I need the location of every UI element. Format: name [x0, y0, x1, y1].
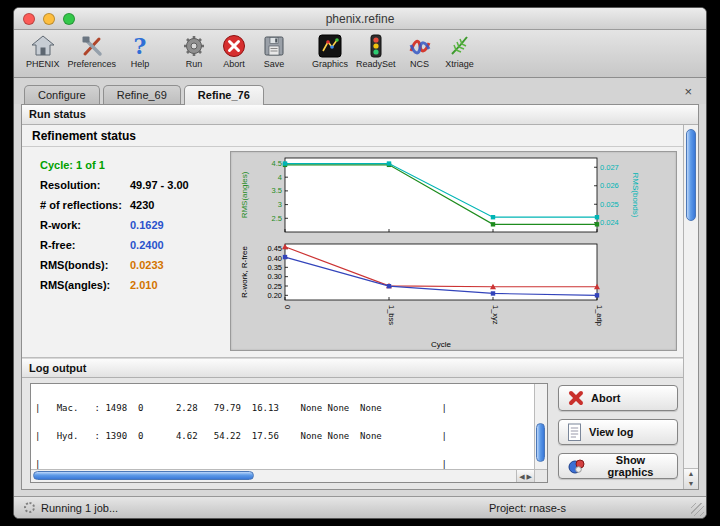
svg-text:1_adp: 1_adp [595, 305, 604, 326]
svg-text:4: 4 [278, 173, 282, 182]
resize-grip[interactable] [691, 503, 704, 516]
scrollbar-corner [534, 469, 547, 482]
window-controls [23, 13, 75, 25]
save-floppy-icon [262, 32, 286, 60]
zoom-window-button[interactable] [63, 13, 75, 25]
stat-value: 0.0233 [130, 259, 164, 271]
stat-label: Resolution: [32, 179, 130, 191]
toolbar-label: Graphics [312, 59, 348, 69]
stat-rms-angles: RMS(angles): 2.010 [32, 275, 222, 295]
close-tab-icon[interactable]: × [680, 84, 696, 103]
log-output-box[interactable]: | Mac. : 1498 0 2.28 79.79 16.13 None No… [30, 383, 548, 483]
svg-text:2.5: 2.5 [272, 214, 282, 223]
view-log-button-label: View log [589, 426, 633, 438]
svg-text:0.024: 0.024 [600, 218, 619, 227]
toolbar-label: Xtriage [445, 59, 474, 69]
svg-text:R-work, R-free: R-work, R-free [240, 245, 249, 298]
phenix-refine-window: phenix.refine PHENIX Preferences ? Help [13, 7, 707, 519]
traffic-light-icon [363, 32, 389, 60]
svg-text:3: 3 [278, 200, 282, 209]
abort-icon [221, 32, 247, 60]
refinement-status-panel: Refinement status Cycle: 1 of 1 Resoluti… [22, 125, 683, 358]
main-scrollbar[interactable]: ▲ ▼ [683, 125, 698, 489]
document-icon [567, 423, 583, 442]
phenix-home-icon [31, 32, 55, 60]
toolbar-button-phenix[interactable]: PHENIX [22, 32, 64, 69]
stat-value: 0.2400 [130, 239, 164, 251]
toolbar-button-preferences[interactable]: Preferences [64, 32, 121, 69]
svg-text:0.45: 0.45 [267, 244, 282, 253]
svg-text:0.026: 0.026 [600, 181, 619, 190]
stat-value: 4230 [130, 199, 154, 211]
progress-spinner-icon [24, 502, 35, 513]
stat-label: R-work: [32, 219, 130, 231]
toolbar-button-run[interactable]: Run [174, 32, 214, 69]
toolbar-label: Preferences [68, 59, 117, 69]
log-vertical-scrollbar-thumb[interactable] [536, 423, 545, 462]
stat-r-work: R-work: 0.1629 [32, 215, 222, 235]
toolbar-button-graphics[interactable]: Graphics [308, 32, 352, 69]
log-line: | Mac. : 1498 0 2.28 79.79 16.13 None No… [35, 404, 534, 413]
svg-text:0.30: 0.30 [267, 272, 282, 281]
scroll-down-arrow-icon[interactable]: ▼ [684, 479, 698, 489]
scroll-up-arrow-icon[interactable]: ▲ [684, 469, 698, 479]
run-status-pane: Run status Refinement status Cycle: 1 of… [21, 104, 699, 490]
preferences-tools-icon [80, 32, 104, 60]
log-horizontal-scrollbar-thumb[interactable] [33, 471, 254, 480]
stat-resolution: Resolution: 49.97 - 3.00 [32, 175, 222, 195]
svg-text:0.025: 0.025 [600, 200, 619, 209]
graphics-viewer-icon [317, 32, 343, 60]
stat-value: 2.010 [130, 279, 158, 291]
refinement-chart: 2.533.544.50.0240.0250.0260.027RMS(angle… [230, 151, 677, 351]
project-label: Project: rnase-s [489, 502, 566, 514]
log-horizontal-scrollbar[interactable]: ◀ ▶ [31, 469, 534, 482]
toolbar-label: NCS [410, 59, 429, 69]
svg-text:0.20: 0.20 [267, 291, 282, 300]
svg-text:1_xyz: 1_xyz [491, 305, 500, 325]
abort-button-label: Abort [591, 392, 620, 404]
svg-text:0.027: 0.027 [600, 163, 619, 172]
toolbar-button-help[interactable]: ? Help [120, 32, 160, 69]
svg-text:1_bss: 1_bss [387, 305, 396, 325]
status-message: Running 1 job... [41, 502, 118, 514]
stat-label: R-free: [32, 239, 130, 251]
titlebar: phenix.refine [14, 8, 706, 30]
abort-x-icon [567, 389, 585, 407]
toolbar-button-xtriage[interactable]: Xtriage [440, 32, 480, 69]
log-line: | Hyd. : 1390 0 4.62 54.22 17.56 None No… [35, 432, 534, 441]
main-scrollbar-thumb[interactable] [686, 129, 696, 221]
tab-bar: Configure Refine_69 Refine_76 × [14, 78, 706, 104]
tab-configure[interactable]: Configure [24, 85, 100, 105]
scroll-right-arrow-icon[interactable]: ▶ [527, 471, 532, 481]
log-vertical-scrollbar[interactable] [534, 384, 547, 469]
stat-cycle: Cycle: 1 of 1 [32, 155, 222, 175]
svg-text:?: ? [134, 34, 147, 58]
abort-button[interactable]: Abort [558, 385, 678, 411]
tab-refine-69[interactable]: Refine_69 [103, 85, 181, 105]
stat-label: Cycle: 1 of 1 [32, 159, 130, 171]
stat-label: # of reflections: [32, 199, 130, 211]
toolbar-button-save[interactable]: Save [254, 32, 294, 69]
close-window-button[interactable] [23, 13, 35, 25]
toolbar-button-abort[interactable]: Abort [214, 32, 254, 69]
xtriage-fern-icon [447, 32, 473, 60]
stat-reflections: # of reflections: 4230 [32, 195, 222, 215]
help-icon: ? [128, 32, 152, 60]
toolbar-button-readyset[interactable]: ReadySet [352, 32, 400, 69]
log-output-header: Log output [22, 358, 683, 378]
toolbar-label: Help [131, 59, 150, 69]
toolbar-label: PHENIX [26, 59, 60, 69]
status-bar: Running 1 job... Project: rnase-s [14, 496, 706, 518]
show-graphics-button[interactable]: Show graphics [558, 453, 678, 479]
tab-refine-76[interactable]: Refine_76 [184, 85, 264, 105]
view-log-button[interactable]: View log [558, 419, 678, 445]
svg-text:0: 0 [283, 305, 292, 309]
run-gear-icon [181, 32, 207, 60]
svg-text:0.35: 0.35 [267, 263, 282, 272]
log-line: | | [35, 460, 534, 469]
toolbar-button-ncs[interactable]: NCS [400, 32, 440, 69]
scroll-left-arrow-icon[interactable]: ◀ [519, 471, 524, 481]
minimize-window-button[interactable] [43, 13, 55, 25]
toolbar-label: Abort [223, 59, 245, 69]
window-title: phenix.refine [14, 12, 706, 26]
